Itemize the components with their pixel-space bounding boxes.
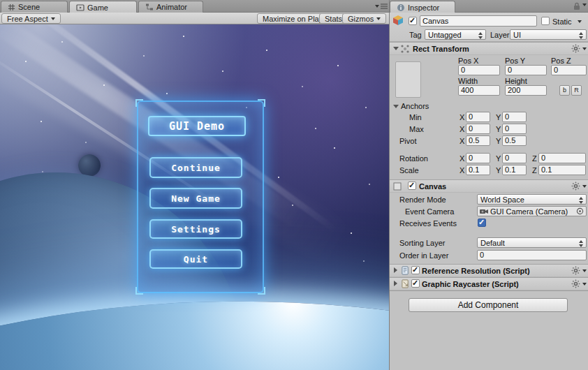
game-icon [76,3,84,12]
gear-icon[interactable] [571,182,580,191]
static-dropdown-icon[interactable] [578,20,582,23]
canvas-component-title: Canvas [419,182,446,191]
rotation-x-field[interactable]: 0 [466,153,490,163]
x-axis-label: X [460,154,464,163]
component-enabled-checkbox[interactable] [411,279,420,288]
game-viewport: GUI Demo Continue New Game Settings Quit [0,24,389,370]
anchors-label: Anchors [401,102,429,111]
gizmos-button[interactable]: Gizmos [342,13,386,24]
object-name-field[interactable]: Canvas [420,15,537,27]
pane-menu-icon[interactable] [375,3,388,9]
z-axis-label: Z [532,154,537,163]
raw-edit-mode-button[interactable]: R [571,85,582,96]
render-mode-dropdown[interactable]: World Space [477,194,587,205]
scale-y-field[interactable]: 0.1 [502,165,527,175]
tab-label: Scene [18,3,40,11]
blueprint-mode-button[interactable]: b [559,85,570,96]
game-button-quit[interactable]: Quit [149,249,242,269]
game-button-continue[interactable]: Continue [149,157,242,178]
sorting-layer-dropdown[interactable]: Default [477,237,587,248]
y-axis-label: Y [496,125,501,134]
y-axis-label: Y [496,113,501,122]
component-enabled-checkbox[interactable] [408,182,416,190]
layer-label: Layer [490,31,510,40]
foldout-right-icon[interactable] [394,267,397,273]
render-mode-label: Render Mode [399,195,446,205]
animator-icon [145,3,154,11]
height-field[interactable]: 200 [505,85,547,96]
component-menu-icon[interactable] [582,185,587,188]
tab-animator[interactable]: Animator [138,1,203,13]
pane-menu-icon[interactable] [582,3,587,6]
object-picker-icon[interactable] [576,207,584,215]
tab-label: Inspector [408,3,439,12]
scale-z-field[interactable]: 0.1 [538,165,586,175]
game-button-settings[interactable]: Settings [149,219,242,239]
anchors-foldout-icon[interactable] [393,105,399,108]
rotation-z-field[interactable]: 0 [538,153,586,163]
min-x-field[interactable]: 0 [466,112,490,122]
moon-decoration [78,154,101,177]
max-y-field[interactable]: 0 [502,124,527,134]
pivot-y-field[interactable]: 0.5 [502,135,527,146]
maximize-on-play-label: Maximize on Play [263,15,323,23]
chevron-down-icon [376,17,381,20]
tab-game[interactable]: Game [69,1,137,13]
component-enabled-checkbox[interactable] [411,266,420,274]
pos-x-field[interactable]: 0 [458,65,500,75]
x-axis-label: X [460,125,464,134]
reference-resolution-title: Reference Resolution (Script) [422,267,530,276]
sorting-layer-label: Sorting Layer [399,239,445,248]
maximize-on-play-button[interactable]: Maximize on Play [257,13,328,24]
pivot-label: Pivot [399,137,416,146]
x-axis-label: X [460,166,464,175]
layer-dropdown[interactable]: UI [510,29,587,40]
x-axis-label: X [460,113,464,122]
tag-label: Tag [409,31,422,40]
order-in-layer-label: Order in Layer [399,251,448,260]
lock-icon[interactable] [573,2,580,10]
game-button-new-game[interactable]: New Game [149,188,242,209]
object-active-checkbox[interactable] [409,17,417,25]
gizmos-label: Gizmos [348,15,374,23]
inspector-pane: Inspector Canvas Static Ta [389,0,588,370]
receives-events-label: Receives Events [399,219,457,228]
gear-icon[interactable] [571,279,580,288]
receives-events-checkbox[interactable] [478,219,486,227]
inspector-tabbar: Inspector [390,0,588,13]
tab-inspector[interactable]: Inspector [390,1,455,13]
event-camera-field[interactable]: GUI Camera (Camera) [477,206,587,216]
pivot-x-field[interactable]: 0.5 [466,135,490,146]
width-field[interactable]: 400 [458,85,500,96]
pos-y-field[interactable]: 0 [505,65,547,75]
aspect-dropdown[interactable]: Free Aspect [1,13,61,24]
tab-scene[interactable]: Scene [1,1,68,13]
min-y-field[interactable]: 0 [502,112,527,122]
static-label: Static [552,17,572,27]
component-menu-icon[interactable] [582,47,587,50]
max-label: Max [409,125,424,134]
gear-icon[interactable] [571,44,580,53]
add-component-button[interactable]: Add Component [409,298,568,312]
tab-label: Animator [156,3,187,11]
anchor-preset-button[interactable] [395,61,421,98]
y-axis-label: Y [496,137,501,146]
gameobject-cube-icon [392,15,404,26]
camera-icon [480,208,488,215]
foldout-down-icon[interactable] [393,47,399,50]
component-menu-icon[interactable] [582,269,587,272]
scale-label: Scale [399,166,419,175]
scale-x-field[interactable]: 0.1 [466,165,490,175]
scene-grid-icon [8,3,15,11]
gear-icon[interactable] [571,266,580,275]
max-x-field[interactable]: 0 [466,124,490,134]
event-camera-value: GUI Camera (Camera) [490,207,574,216]
component-menu-icon[interactable] [582,283,587,286]
rotation-y-field[interactable]: 0 [502,153,527,163]
order-in-layer-field[interactable]: 0 [477,250,587,260]
foldout-right-icon[interactable] [394,281,397,286]
pos-z-field[interactable]: 0 [551,65,587,75]
stats-label: Stats [325,15,342,23]
static-checkbox[interactable] [541,17,550,25]
tag-dropdown[interactable]: Untagged [425,29,486,40]
